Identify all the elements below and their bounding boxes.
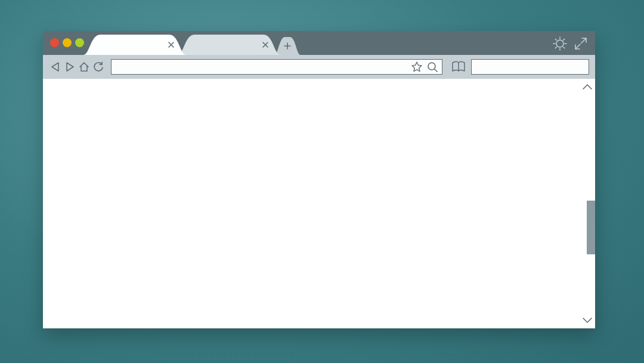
- search-box[interactable]: [471, 59, 589, 75]
- browser-window: [43, 31, 595, 328]
- vertical-scrollbar[interactable]: [580, 79, 595, 328]
- reload-icon[interactable]: [92, 60, 105, 73]
- tab-2[interactable]: [178, 35, 280, 55]
- svg-point-14: [428, 63, 435, 70]
- scroll-up-icon[interactable]: [581, 82, 593, 91]
- minimize-window-button[interactable]: [63, 38, 72, 47]
- back-icon[interactable]: [49, 60, 62, 73]
- sun-icon[interactable]: [552, 36, 568, 51]
- star-icon[interactable]: [411, 61, 423, 73]
- svg-line-10: [575, 44, 580, 49]
- forward-icon[interactable]: [63, 60, 76, 73]
- svg-marker-11: [52, 63, 58, 71]
- plus-icon: [283, 42, 292, 50]
- svg-line-6: [564, 47, 565, 48]
- svg-marker-13: [412, 62, 422, 72]
- toolbar: [43, 55, 595, 79]
- close-tab-icon[interactable]: [167, 41, 175, 49]
- svg-line-8: [564, 39, 565, 40]
- svg-line-15: [435, 69, 437, 72]
- search-icon[interactable]: [426, 61, 438, 73]
- titlebar-right-controls: [552, 36, 588, 51]
- svg-point-0: [556, 40, 564, 47]
- reader-icon[interactable]: [451, 60, 466, 73]
- expand-icon[interactable]: [574, 36, 588, 51]
- nav-buttons: [49, 60, 105, 73]
- traffic-lights: [50, 38, 84, 47]
- close-window-button[interactable]: [50, 38, 59, 47]
- address-bar[interactable]: [111, 59, 442, 75]
- svg-marker-12: [67, 63, 73, 71]
- zoom-window-button[interactable]: [75, 38, 84, 47]
- close-tab-icon[interactable]: [261, 41, 270, 49]
- scroll-down-icon[interactable]: [581, 316, 593, 325]
- svg-line-5: [555, 39, 556, 40]
- titlebar: [43, 31, 595, 55]
- home-icon[interactable]: [78, 60, 91, 73]
- scroll-thumb[interactable]: [587, 201, 595, 254]
- svg-line-9: [581, 38, 586, 43]
- tab-strip: [83, 31, 301, 55]
- viewport: [43, 79, 595, 328]
- tab-1[interactable]: [83, 35, 186, 55]
- svg-line-7: [555, 47, 556, 48]
